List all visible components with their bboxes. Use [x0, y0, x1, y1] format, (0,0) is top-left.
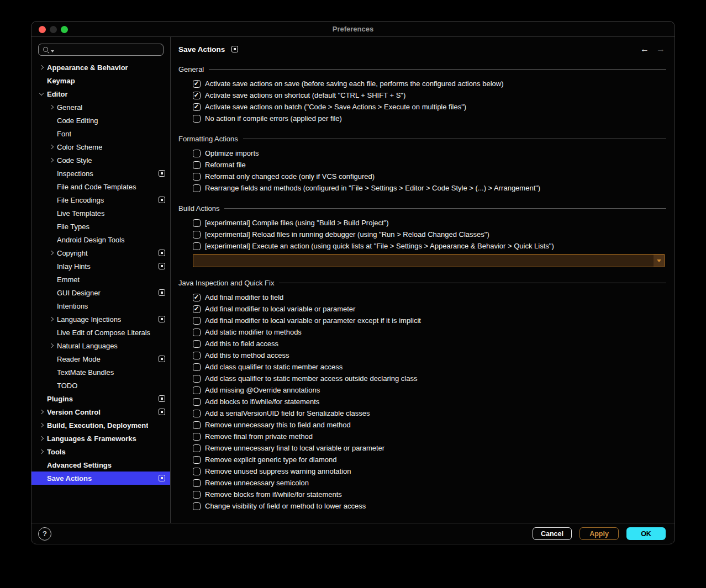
sidebar-item-appearance-behavior[interactable]: Appearance & Behavior — [31, 61, 170, 74]
sidebar-item-intentions[interactable]: Intentions — [31, 299, 170, 312]
sidebar-item-inspections[interactable]: Inspections — [31, 167, 170, 180]
chevron-right-icon[interactable] — [49, 145, 57, 149]
search-input[interactable] — [55, 46, 160, 54]
search-options-caret-icon[interactable] — [51, 50, 54, 52]
checkbox-unchecked[interactable] — [193, 421, 201, 429]
sidebar-item-keymap[interactable]: Keymap — [31, 74, 170, 87]
checkbox-row-add-missing-override-annotations: Add missing @Override annotations — [193, 384, 666, 396]
sidebar-item-natural-languages[interactable]: Natural Languages — [31, 339, 170, 352]
forward-arrow-icon[interactable]: → — [656, 45, 665, 54]
checkbox-unchecked[interactable] — [193, 491, 201, 499]
checkbox-unchecked[interactable] — [193, 317, 201, 325]
help-button[interactable]: ? — [38, 527, 51, 541]
sidebar-item-tools[interactable]: Tools — [31, 445, 170, 458]
sidebar-item-live-edit-of-compose-literals[interactable]: Live Edit of Compose Literals — [31, 326, 170, 339]
checkbox-unchecked[interactable] — [193, 231, 201, 239]
chevron-down-icon[interactable] — [39, 93, 47, 95]
checkbox-unchecked[interactable] — [193, 363, 201, 371]
checkbox-checked[interactable] — [193, 103, 201, 111]
checkbox-checked[interactable] — [193, 294, 201, 301]
maximize-window-button[interactable] — [61, 26, 68, 33]
square-in-square-icon — [159, 409, 165, 415]
checkbox-unchecked[interactable] — [193, 340, 201, 348]
quick-list-combobox[interactable] — [193, 254, 665, 267]
checkbox-unchecked[interactable] — [193, 502, 201, 510]
checkbox-row-experimental-compile-files-using-build-b: [experimental] Compile files (using "Bui… — [193, 217, 666, 229]
chevron-right-icon[interactable] — [39, 437, 47, 440]
sidebar-item-color-scheme[interactable]: Color Scheme — [31, 140, 170, 153]
sidebar-item-file-encodings[interactable]: File Encodings — [31, 193, 170, 206]
checkbox-unchecked[interactable] — [193, 219, 201, 227]
sidebar-item-gui-designer[interactable]: GUI Designer — [31, 286, 170, 299]
chevron-right-icon[interactable] — [39, 410, 47, 414]
checkbox-label: Add blocks to if/while/for statements — [205, 398, 319, 406]
sidebar-item-inlay-hints[interactable]: Inlay Hints — [31, 259, 170, 273]
minimize-window-button[interactable] — [50, 26, 57, 33]
chevron-right-icon[interactable] — [39, 450, 47, 453]
sidebar-item-version-control[interactable]: Version Control — [31, 405, 170, 419]
ok-button[interactable]: OK — [626, 527, 666, 540]
square-in-square-icon — [159, 197, 165, 203]
window-title: Preferences — [31, 25, 675, 33]
sidebar-item-textmate-bundles[interactable]: TextMate Bundles — [31, 365, 170, 379]
checkbox-unchecked[interactable] — [193, 386, 201, 394]
sidebar-item-code-editing[interactable]: Code Editing — [31, 114, 170, 127]
sidebar-item-advanced-settings[interactable]: Advanced Settings — [31, 458, 170, 472]
checkbox-checked[interactable] — [193, 80, 201, 88]
checkbox-unchecked[interactable] — [193, 410, 201, 417]
sidebar-item-todo[interactable]: TODO — [31, 379, 170, 392]
checkbox-unchecked[interactable] — [193, 398, 201, 406]
chevron-right-icon[interactable] — [39, 66, 47, 69]
checkbox-unchecked[interactable] — [193, 433, 201, 441]
checkbox-unchecked[interactable] — [193, 468, 201, 475]
checkbox-row-add-this-to-method-access: Add this to method access — [193, 349, 666, 361]
sidebar-item-code-style[interactable]: Code Style — [31, 153, 170, 167]
chevron-right-icon[interactable] — [49, 317, 57, 321]
chevron-right-icon[interactable] — [49, 158, 57, 162]
sidebar-item-emmet[interactable]: Emmet — [31, 273, 170, 286]
sidebar-item-copyright[interactable]: Copyright — [31, 246, 170, 259]
preferences-window: Preferences Appearance & BehaviorKeymapE… — [31, 21, 675, 544]
settings-search[interactable] — [38, 44, 164, 56]
checkbox-unchecked[interactable] — [193, 329, 201, 336]
checkbox-unchecked[interactable] — [193, 184, 201, 192]
checkbox-unchecked[interactable] — [193, 150, 201, 157]
checkbox-unchecked[interactable] — [193, 444, 201, 452]
sidebar-item-android-design-tools[interactable]: Android Design Tools — [31, 233, 170, 246]
checkbox-checked[interactable] — [193, 305, 201, 313]
chevron-right-icon[interactable] — [49, 105, 57, 109]
chevron-right-icon[interactable] — [39, 423, 47, 427]
sidebar-item-plugins[interactable]: Plugins — [31, 392, 170, 405]
checkbox-unchecked[interactable] — [193, 173, 201, 181]
checkbox-unchecked[interactable] — [193, 375, 201, 383]
checkbox-unchecked[interactable] — [193, 352, 201, 359]
checkbox-unchecked[interactable] — [193, 456, 201, 464]
sidebar-item-reader-mode[interactable]: Reader Mode — [31, 352, 170, 365]
close-window-button[interactable] — [39, 26, 46, 33]
checkbox-row-remove-explicit-generic-type-for-diamond: Remove explicit generic type for diamond — [193, 454, 666, 465]
chevron-right-icon[interactable] — [49, 344, 57, 347]
checkbox-unchecked[interactable] — [193, 242, 201, 250]
sidebar-item-editor[interactable]: Editor — [31, 87, 170, 100]
back-arrow-icon[interactable]: ← — [640, 45, 649, 54]
sidebar-item-language-injections[interactable]: Language Injections — [31, 312, 170, 326]
chevron-right-icon[interactable] — [49, 251, 57, 255]
sidebar-item-build-execution-deployment[interactable]: Build, Execution, Deployment — [31, 419, 170, 432]
titlebar[interactable]: Preferences — [31, 22, 675, 37]
sidebar-item-save-actions[interactable]: Save Actions — [31, 472, 170, 485]
cancel-button[interactable]: Cancel — [533, 527, 572, 540]
sidebar-item-font[interactable]: Font — [31, 127, 170, 140]
sidebar-item-live-templates[interactable]: Live Templates — [31, 206, 170, 220]
apply-button[interactable]: Apply — [579, 527, 619, 540]
checkbox-checked[interactable] — [193, 92, 201, 99]
sidebar-item-languages-frameworks[interactable]: Languages & Frameworks — [31, 432, 170, 445]
checkbox-row-reformat-file: Reformat file — [193, 159, 666, 171]
checkbox-unchecked[interactable] — [193, 161, 201, 169]
sidebar-item-file-types[interactable]: File Types — [31, 220, 170, 233]
combobox-dropdown-button[interactable] — [654, 255, 665, 267]
sidebar-item-general[interactable]: General — [31, 100, 170, 114]
checkbox-unchecked[interactable] — [193, 115, 201, 123]
sidebar-item-file-and-code-templates[interactable]: File and Code Templates — [31, 180, 170, 193]
checkbox-unchecked[interactable] — [193, 479, 201, 487]
square-in-square-icon — [159, 356, 165, 362]
